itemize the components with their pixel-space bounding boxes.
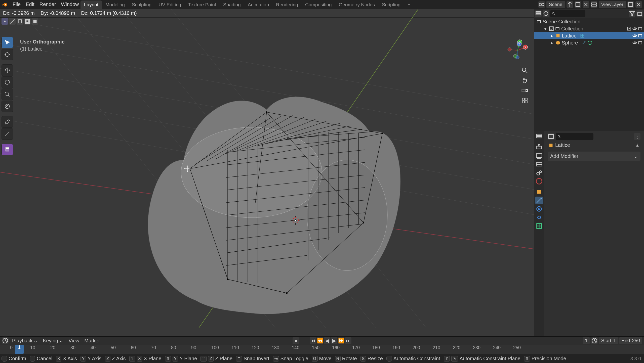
pan-icon[interactable] — [521, 77, 528, 84]
rotate-tool[interactable] — [2, 76, 13, 88]
hide-icon[interactable] — [632, 33, 637, 38]
prop-tab-viewlayer[interactable] — [535, 160, 543, 168]
prop-tab-physics[interactable] — [535, 205, 543, 213]
extrude-tool[interactable] — [2, 144, 13, 155]
select-mode-5-icon[interactable] — [32, 18, 38, 25]
prop-tab-tool[interactable] — [535, 133, 543, 140]
props-editor-type-icon[interactable] — [548, 133, 554, 140]
new-scene-icon[interactable] — [575, 1, 581, 8]
tree-scene-collection[interactable]: Scene Collection — [534, 18, 644, 25]
add-workspace-button[interactable]: + — [404, 0, 414, 9]
prop-tab-data[interactable] — [535, 222, 543, 230]
hide-icon[interactable] — [632, 26, 637, 31]
outliner-search[interactable] — [550, 10, 585, 17]
tab-modeling[interactable]: Modeling — [102, 1, 128, 9]
scene-browse-icon[interactable] — [538, 1, 545, 8]
tree-collection[interactable]: ▾ Collection — [534, 25, 644, 32]
current-frame-field[interactable]: 1 — [583, 337, 590, 344]
prop-tab-object[interactable] — [535, 188, 543, 196]
prop-tab-world[interactable] — [535, 177, 543, 185]
viewlayer-selector[interactable]: ViewLayer — [599, 1, 626, 8]
outliner-display-mode-icon[interactable] — [543, 10, 549, 17]
annotate-tool[interactable] — [2, 116, 13, 128]
view-menu[interactable]: View — [67, 338, 81, 344]
face-select-icon[interactable] — [17, 18, 23, 25]
vertex-select-icon[interactable] — [2, 18, 8, 25]
delete-scene-icon[interactable] — [583, 1, 589, 8]
scale-tool[interactable] — [2, 88, 13, 100]
jump-end-icon[interactable]: ⏭ — [345, 337, 351, 344]
camera-view-icon[interactable] — [521, 87, 528, 94]
outliner-filter-icon[interactable] — [629, 10, 635, 17]
tab-rendering[interactable]: Rendering — [272, 1, 302, 9]
menu-window[interactable]: Window — [58, 2, 81, 7]
outliner-editor-type-icon[interactable] — [535, 10, 542, 17]
menu-edit[interactable]: Edit — [23, 2, 37, 7]
scene-selector[interactable]: Scene — [546, 1, 565, 8]
keying-menu[interactable]: Keying ⌄ — [41, 338, 65, 344]
add-modifier-dropdown[interactable]: Add Modifier ⌄ — [548, 152, 640, 161]
pin-icon[interactable] — [635, 143, 639, 148]
tab-texture-paint[interactable]: Texture Paint — [185, 1, 220, 9]
tab-geometry-nodes[interactable]: Geometry Nodes — [335, 1, 379, 9]
tab-layout[interactable]: Layout — [80, 1, 102, 9]
tab-sculpting[interactable]: Sculpting — [128, 1, 155, 9]
exclude-icon[interactable] — [627, 26, 631, 31]
perspective-toggle-icon[interactable] — [521, 97, 528, 104]
timeline-ruler[interactable]: 1 01020304050607080901001101201301401501… — [0, 345, 644, 354]
jump-start-icon[interactable]: ⏮ — [310, 337, 316, 344]
disable-icon[interactable] — [638, 26, 642, 31]
hint-label: Automatic Constraint — [393, 356, 440, 361]
transform-tool[interactable] — [2, 101, 13, 112]
playback-menu[interactable]: Playback ⌄ — [11, 338, 39, 344]
select-box-tool[interactable] — [2, 37, 13, 48]
tab-uv-editing[interactable]: UV Editing — [155, 1, 185, 9]
zoom-icon[interactable] — [521, 67, 528, 74]
prev-keyframe-icon[interactable]: ⏪ — [317, 337, 323, 344]
new-viewlayer-icon[interactable] — [627, 1, 634, 8]
tab-scripting[interactable]: Scripting — [378, 1, 404, 9]
marker-menu[interactable]: Marker — [83, 338, 101, 344]
viewlayer-browse-icon[interactable] — [591, 1, 597, 8]
tab-animation[interactable]: Animation — [244, 1, 273, 9]
disable-icon[interactable] — [638, 33, 642, 38]
prop-tab-scene[interactable] — [535, 169, 543, 176]
use-preview-range-icon[interactable] — [591, 337, 598, 344]
navigation-gizmo[interactable]: X Y Z — [506, 39, 529, 62]
tree-item-lattice[interactable]: ▸ Lattice — [534, 32, 644, 39]
autokey-toggle[interactable]: ● — [293, 337, 299, 344]
select-mode-4-icon[interactable] — [24, 18, 31, 25]
menu-render[interactable]: Render — [37, 2, 59, 7]
play-icon[interactable]: ▶ — [331, 337, 337, 344]
prop-tab-constraints[interactable] — [535, 214, 543, 221]
3d-viewport[interactable]: Dx: -0.3926 m Dy: -0.04896 m Dz: 0.1724 … — [0, 9, 534, 345]
tab-shading[interactable]: Shading — [220, 1, 244, 9]
pin-scene-icon[interactable] — [567, 1, 573, 8]
menu-file[interactable]: File — [10, 2, 23, 7]
new-collection-icon[interactable] — [636, 10, 643, 17]
disable-icon[interactable] — [638, 40, 642, 45]
tree-item-sphere[interactable]: ▸ Sphere — [534, 39, 644, 46]
props-options-icon[interactable]: ⋮ — [634, 133, 640, 140]
svg-point-126 — [537, 172, 540, 175]
hide-icon[interactable] — [632, 40, 637, 45]
play-reverse-icon[interactable]: ◀ — [324, 337, 330, 344]
prop-tab-output[interactable] — [535, 152, 543, 159]
timeline-editor-type-icon[interactable] — [2, 337, 9, 344]
move-tool[interactable] — [2, 64, 13, 76]
prop-tab-render[interactable] — [535, 143, 543, 151]
prop-tab-modifier[interactable] — [535, 197, 543, 204]
disclosure-icon[interactable]: ▸ — [550, 40, 554, 45]
tab-compositing[interactable]: Compositing — [302, 1, 335, 9]
measure-tool[interactable] — [2, 128, 13, 140]
edge-select-icon[interactable] — [9, 18, 16, 25]
end-frame-field[interactable]: End250 — [619, 337, 642, 344]
cursor-tool[interactable] — [2, 49, 13, 60]
checkbox-icon[interactable] — [549, 26, 554, 31]
disclosure-icon[interactable]: ▸ — [550, 33, 554, 38]
disclosure-icon[interactable]: ▾ — [543, 26, 548, 31]
start-frame-field[interactable]: Start1 — [599, 337, 618, 344]
next-keyframe-icon[interactable]: ⏩ — [338, 337, 344, 344]
properties-search[interactable] — [556, 133, 593, 140]
remove-viewlayer-icon[interactable] — [635, 1, 642, 8]
